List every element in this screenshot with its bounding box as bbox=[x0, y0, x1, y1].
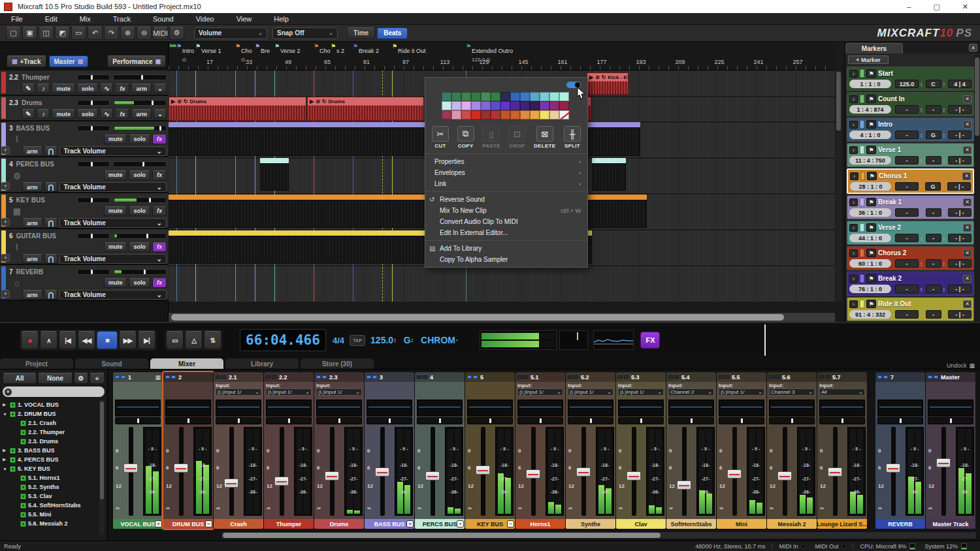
channel-pan-slider[interactable] bbox=[367, 417, 412, 424]
marker-color-chip[interactable] bbox=[860, 223, 864, 232]
channel-eq-display[interactable] bbox=[719, 400, 764, 417]
marker-position-field[interactable]: 28 : 1 : 0 bbox=[850, 182, 891, 191]
color-swatch[interactable] bbox=[451, 110, 461, 119]
volume-fader[interactable] bbox=[425, 471, 440, 480]
channel-eq-display[interactable] bbox=[618, 400, 664, 417]
mixer-channel-strip[interactable]: 5 ▦ Input: ⌄ 0612∞ bbox=[465, 372, 515, 529]
tree-checkbox[interactable]: ✕ bbox=[20, 439, 26, 445]
automation-lane-select[interactable]: Track Volume⌄ bbox=[59, 182, 167, 192]
solo-button[interactable]: solo bbox=[129, 134, 150, 144]
mixer-channel-strip[interactable]: 5.3 ▦ Input: (L)Input 1/ ⌄ 06 bbox=[616, 372, 666, 529]
master-fx-button[interactable]: FX bbox=[640, 332, 660, 349]
pan-slider[interactable] bbox=[77, 161, 110, 167]
channel-expand-button[interactable]: − bbox=[205, 520, 212, 527]
context-action-button[interactable]: ⊠ DELETE bbox=[534, 126, 555, 149]
time-display[interactable]: 66:04.466 bbox=[240, 329, 326, 351]
marker-row[interactable]: › ⚑ Chorus 1 ✕ 28 : 1 : 0 - ▴▾ G ▴▾ bbox=[847, 168, 974, 194]
marker-timesig-field[interactable]: - | - bbox=[948, 131, 972, 139]
marker-tempo-field[interactable]: - bbox=[895, 131, 919, 139]
color-swatch[interactable] bbox=[442, 101, 451, 110]
channel-pan-slider[interactable] bbox=[719, 417, 764, 424]
menu-item[interactable]: Video bbox=[185, 13, 225, 24]
context-menu-item[interactable]: Mix To New Clip ctrl + W bbox=[425, 205, 587, 216]
channel-header[interactable]: 1 ▦ bbox=[113, 372, 163, 382]
delete-marker-button[interactable]: ✕ bbox=[962, 172, 971, 180]
tree-item[interactable]: ▶ ✕ 4. PERCS BUS bbox=[3, 455, 105, 464]
track-name[interactable]: Thumper bbox=[22, 74, 74, 81]
input-select[interactable]: (L)Input 1/ ⌄ bbox=[316, 388, 362, 396]
monitor-icon[interactable]: ♪ bbox=[37, 84, 50, 93]
channel-header[interactable]: 5.4 ▦ bbox=[666, 372, 716, 382]
marker-name[interactable]: Chorus 1 bbox=[879, 172, 960, 180]
ruler-marker-flag[interactable]: ⚑ Bre bbox=[255, 44, 270, 57]
channel-name-label[interactable]: Thumper bbox=[264, 519, 314, 529]
marker-name[interactable]: Break 1 bbox=[878, 198, 961, 206]
channel-name-label[interactable]: REVERB bbox=[875, 519, 925, 529]
tree-expand-icon[interactable]: ▶ bbox=[3, 448, 8, 453]
channel-pan-slider[interactable] bbox=[668, 417, 714, 424]
menu-item[interactable]: File bbox=[0, 13, 34, 24]
spinner-down-icon[interactable]: ▾ bbox=[412, 340, 414, 343]
volume-slider[interactable] bbox=[113, 161, 167, 167]
menu-item[interactable]: Sound bbox=[142, 13, 185, 24]
collapse-icon[interactable]: « bbox=[90, 373, 105, 384]
bottom-tab[interactable]: Mixer bbox=[150, 358, 223, 369]
marker-timesig-field[interactable]: - | - bbox=[948, 285, 972, 293]
scale-mode-value[interactable]: CHROM bbox=[421, 335, 455, 345]
marker-row[interactable]: › ⚑ Chorus 2 ✕ 60 : 1 : 0 - ▴▾ - ▴▾ bbox=[847, 246, 974, 270]
tree-expand-icon[interactable]: ▶ bbox=[3, 402, 8, 407]
track-header[interactable]: 6 GUITAR BUS ✎ ♪ mute solo ∿ bbox=[0, 229, 169, 265]
marker-name[interactable]: Ride it Out bbox=[878, 300, 961, 307]
tree-item[interactable]: ▶ ✕ 3. BASS BUS bbox=[3, 446, 105, 455]
solo-button[interactable]: solo bbox=[77, 109, 99, 119]
marker-expand-button[interactable]: › bbox=[849, 95, 858, 103]
zoom-in-icon[interactable]: ⊕ bbox=[120, 27, 135, 40]
tree-scrollbar[interactable] bbox=[99, 400, 105, 535]
no-color-swatch[interactable] bbox=[559, 110, 569, 119]
marker-tempo-field[interactable]: - bbox=[895, 285, 919, 293]
color-swatch[interactable] bbox=[491, 101, 500, 110]
channel-name-label[interactable]: Drums bbox=[314, 519, 364, 529]
spinner-down-icon[interactable]: ▾ bbox=[943, 110, 945, 112]
tree-item[interactable]: ✕ 5.4. SoftHornStabs bbox=[3, 501, 105, 510]
performance-button[interactable]: Performance▦ bbox=[107, 55, 166, 67]
loop-button[interactable]: ▭ bbox=[166, 331, 184, 349]
tree-checkbox[interactable]: ✕ bbox=[20, 420, 26, 426]
time-mode-tab[interactable]: Time bbox=[347, 27, 375, 39]
marker-color-chip[interactable] bbox=[860, 172, 865, 180]
color-swatch[interactable] bbox=[530, 101, 540, 110]
pan-slider[interactable] bbox=[77, 269, 110, 275]
marker-tempo-field[interactable]: - bbox=[895, 310, 919, 319]
track-name[interactable]: BASS BUS bbox=[16, 125, 74, 132]
audio-clip-body[interactable] bbox=[592, 163, 626, 191]
fx-button[interactable]: fx bbox=[152, 170, 167, 180]
tree-item[interactable]: ✕ 2.1. Crash bbox=[3, 418, 105, 428]
volume-fader[interactable] bbox=[886, 464, 900, 473]
bottom-tab[interactable]: Sound bbox=[75, 358, 148, 369]
timeline-vscrollbar[interactable] bbox=[836, 71, 841, 302]
volume-fader[interactable] bbox=[476, 465, 490, 475]
color-swatch[interactable] bbox=[520, 92, 530, 101]
solo-button[interactable]: solo bbox=[129, 278, 150, 288]
channel-name-label[interactable]: SoftHornStabs bbox=[666, 519, 716, 529]
add-lane-button[interactable]: + bbox=[1, 182, 10, 190]
add-marker-button[interactable]: + Marker bbox=[848, 55, 889, 64]
fx-button[interactable]: fx bbox=[115, 84, 129, 93]
tree-item[interactable]: ✕ 5.2. Synths bbox=[3, 482, 105, 492]
input-select[interactable]: (L)Input 1/ ⌄ bbox=[719, 388, 764, 396]
color-swatch[interactable] bbox=[481, 92, 491, 101]
mixer-channel-strip[interactable]: 1 ▦ Input: ⌄ 0612∞ bbox=[113, 372, 163, 529]
tree-checkbox[interactable]: ✕ bbox=[10, 402, 16, 408]
marker-tempo-field[interactable]: - bbox=[895, 208, 919, 217]
audio-clip[interactable]: ▶ ⊘ ↻ Drums bbox=[169, 97, 306, 121]
channel-eq-display[interactable] bbox=[877, 400, 923, 417]
color-swatch[interactable] bbox=[500, 110, 510, 119]
pan-slider[interactable] bbox=[77, 100, 110, 106]
channel-name-label[interactable]: Clav bbox=[616, 519, 666, 529]
marker-expand-button[interactable]: › bbox=[849, 249, 858, 257]
channel-eq-display[interactable] bbox=[467, 400, 513, 417]
lock-icon[interactable]: ⋂ bbox=[44, 254, 57, 264]
clip-mute-icon[interactable]: ⊘ bbox=[316, 99, 320, 104]
tree-checkbox[interactable]: ✕ bbox=[20, 475, 26, 481]
tree-expand-icon[interactable]: ▼ bbox=[3, 467, 8, 471]
